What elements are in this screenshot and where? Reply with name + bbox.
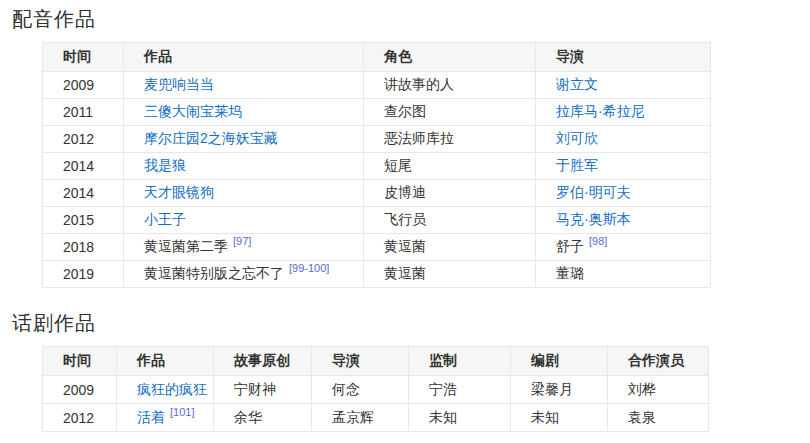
section-title-voice-works: 配音作品 [12, 7, 810, 31]
reference-link[interactable]: [99-100] [289, 262, 329, 274]
cell-role: 查尔图 [364, 99, 536, 126]
cell-director: 董璐 [536, 261, 711, 288]
column-header-time: 时间 [43, 347, 117, 376]
stage-works-table: 时间 作品 故事原创 导演 监制 编剧 合作演员 2009 疯狂的疯狂 宁财神 … [42, 346, 709, 432]
work-link[interactable]: 疯狂的疯狂 [137, 381, 207, 397]
column-header-director: 导演 [536, 43, 711, 72]
table-row: 2009 麦兜响当当 讲故事的人 谢立文 [43, 72, 711, 99]
work-link[interactable]: 三傻大闹宝莱坞 [144, 103, 242, 119]
table-row: 2012 摩尔庄园2之海妖宝藏 恶法师库拉 刘可欣 [43, 126, 711, 153]
column-header-producer: 监制 [409, 347, 511, 376]
section-title-stage-works: 话剧作品 [12, 311, 810, 335]
cell-work: 活着[101] [117, 404, 214, 432]
reference-link[interactable]: [97] [233, 235, 251, 247]
cell-role: 黄逗菌 [364, 234, 536, 261]
cell-year: 2012 [43, 404, 117, 432]
cell-costar: 刘桦 [608, 376, 709, 404]
cell-writer: 未知 [511, 404, 608, 432]
cell-work: 天才眼镜狗 [124, 180, 364, 207]
cell-story: 余华 [214, 404, 312, 432]
cell-costar: 袁泉 [608, 404, 709, 432]
work-text: 黄逗菌第二季 [144, 238, 228, 254]
cell-work: 疯狂的疯狂 [117, 376, 214, 404]
cell-role: 飞行员 [364, 207, 536, 234]
cell-year: 2009 [43, 72, 124, 99]
director-link[interactable]: 刘可欣 [556, 130, 598, 146]
cell-year: 2015 [43, 207, 124, 234]
cell-role: 讲故事的人 [364, 72, 536, 99]
cell-story: 宁财神 [214, 376, 312, 404]
cell-role: 短尾 [364, 153, 536, 180]
cell-director: 马克·奥斯本 [536, 207, 711, 234]
work-link[interactable]: 小王子 [144, 211, 186, 227]
column-header-costar: 合作演员 [608, 347, 709, 376]
column-header-writer: 编剧 [511, 347, 608, 376]
work-link[interactable]: 摩尔庄园2之海妖宝藏 [144, 130, 278, 146]
cell-director: 刘可欣 [536, 126, 711, 153]
table-row: 2014 我是狼 短尾 于胜军 [43, 153, 711, 180]
cell-year: 2018 [43, 234, 124, 261]
column-header-time: 时间 [43, 43, 124, 72]
work-link[interactable]: 活着 [137, 409, 165, 425]
cell-year: 2011 [43, 99, 124, 126]
table-row: 2018 黄逗菌第二季[97] 黄逗菌 舒子[98] [43, 234, 711, 261]
work-link[interactable]: 麦兜响当当 [144, 76, 214, 92]
voice-works-table: 时间 作品 角色 导演 2009 麦兜响当当 讲故事的人 谢立文 2011 三傻… [42, 42, 711, 288]
cell-work: 麦兜响当当 [124, 72, 364, 99]
cell-work: 我是狼 [124, 153, 364, 180]
cell-director: 谢立文 [536, 72, 711, 99]
table-row: 2014 天才眼镜狗 皮博迪 罗伯·明可夫 [43, 180, 711, 207]
cell-year: 2014 [43, 180, 124, 207]
reference-link[interactable]: [98] [589, 235, 607, 247]
cell-producer: 宁浩 [409, 376, 511, 404]
cell-work: 摩尔庄园2之海妖宝藏 [124, 126, 364, 153]
table-row: 2009 疯狂的疯狂 宁财神 何念 宁浩 梁馨月 刘桦 [43, 376, 709, 404]
cell-director: 舒子[98] [536, 234, 711, 261]
voice-header-row: 时间 作品 角色 导演 [43, 43, 711, 72]
column-header-work: 作品 [124, 43, 364, 72]
reference-link[interactable]: [101] [170, 406, 194, 418]
page: 配音作品 时间 作品 角色 导演 2009 麦兜响当当 讲故事的人 谢立文 [0, 0, 810, 443]
cell-role: 皮博迪 [364, 180, 536, 207]
table-row: 2012 活着[101] 余华 孟京辉 未知 未知 袁泉 [43, 404, 709, 432]
work-link[interactable]: 天才眼镜狗 [144, 184, 214, 200]
cell-role: 黄逗菌 [364, 261, 536, 288]
work-text: 黄逗菌特别版之忘不了 [144, 265, 284, 281]
work-link[interactable]: 我是狼 [144, 157, 186, 173]
cell-director: 于胜军 [536, 153, 711, 180]
cell-year: 2012 [43, 126, 124, 153]
cell-work: 黄逗菌第二季[97] [124, 234, 364, 261]
table-row: 2015 小王子 飞行员 马克·奥斯本 [43, 207, 711, 234]
cell-writer: 梁馨月 [511, 376, 608, 404]
cell-work: 小王子 [124, 207, 364, 234]
director-link[interactable]: 马克·奥斯本 [556, 211, 631, 227]
cell-year: 2019 [43, 261, 124, 288]
cell-work: 黄逗菌特别版之忘不了[99-100] [124, 261, 364, 288]
cell-director: 何念 [312, 376, 409, 404]
cell-year: 2014 [43, 153, 124, 180]
director-link[interactable]: 谢立文 [556, 76, 598, 92]
director-link[interactable]: 于胜军 [556, 157, 598, 173]
cell-work: 三傻大闹宝莱坞 [124, 99, 364, 126]
director-link[interactable]: 拉库马·希拉尼 [556, 103, 645, 119]
stage-header-row: 时间 作品 故事原创 导演 监制 编剧 合作演员 [43, 347, 709, 376]
section-voice-works: 配音作品 时间 作品 角色 导演 2009 麦兜响当当 讲故事的人 谢立文 [0, 7, 810, 288]
cell-director: 罗伯·明可夫 [536, 180, 711, 207]
director-text: 舒子 [556, 238, 584, 254]
director-link[interactable]: 罗伯·明可夫 [556, 184, 631, 200]
column-header-work: 作品 [117, 347, 214, 376]
column-header-role: 角色 [364, 43, 536, 72]
cell-director: 孟京辉 [312, 404, 409, 432]
table-row: 2019 黄逗菌特别版之忘不了[99-100] 黄逗菌 董璐 [43, 261, 711, 288]
cell-year: 2009 [43, 376, 117, 404]
table-row: 2011 三傻大闹宝莱坞 查尔图 拉库马·希拉尼 [43, 99, 711, 126]
cell-role: 恶法师库拉 [364, 126, 536, 153]
cell-director: 拉库马·希拉尼 [536, 99, 711, 126]
section-stage-works: 话剧作品 时间 作品 故事原创 导演 监制 编剧 合作演员 2009 [0, 311, 810, 432]
column-header-director: 导演 [312, 347, 409, 376]
cell-producer: 未知 [409, 404, 511, 432]
column-header-story: 故事原创 [214, 347, 312, 376]
